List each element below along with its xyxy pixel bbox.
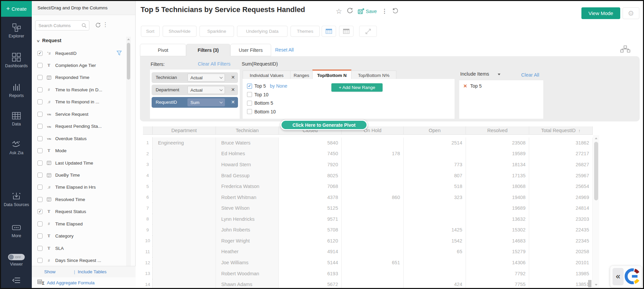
add-aggregate-row[interactable]: Σ Add Aggregate Formula bbox=[32, 277, 136, 288]
sidebar-item-dashboards[interactable]: Dashboards bbox=[1, 53, 32, 69]
field-checkbox[interactable] bbox=[37, 148, 43, 153]
tab-user-filters[interactable]: User Filters bbox=[230, 44, 271, 56]
add-new-range-button[interactable]: + Add New Range bbox=[331, 83, 383, 92]
option-checkbox[interactable] bbox=[247, 92, 252, 97]
field-label[interactable]: Days Since Request ... bbox=[55, 258, 101, 263]
field-label[interactable]: Request Status bbox=[55, 209, 86, 214]
subtab-ranges[interactable]: Ranges bbox=[290, 71, 313, 80]
field-label[interactable]: Time to Resolve (in D... bbox=[55, 87, 102, 92]
field-label[interactable]: Time Elapsed bbox=[55, 221, 83, 226]
field-label[interactable]: Category bbox=[55, 233, 74, 238]
option-checkbox[interactable] bbox=[247, 84, 252, 89]
remove-item-icon[interactable]: ✕ bbox=[463, 83, 467, 89]
option-checkbox[interactable] bbox=[247, 109, 252, 114]
more-options-icon[interactable]: ⋮ bbox=[382, 8, 387, 15]
remove-filter-icon[interactable]: ✕ bbox=[231, 75, 235, 80]
filter-pill-technician[interactable]: TechnicianActual✕ bbox=[152, 72, 238, 83]
field-label[interactable]: RequestID bbox=[55, 51, 77, 56]
column-header-department[interactable]: Department bbox=[153, 126, 216, 135]
tab-filters[interactable]: Filters (3) bbox=[186, 44, 230, 56]
panel-more-icon[interactable]: ⋮ bbox=[102, 21, 108, 28]
field-label[interactable]: Last Updated Time bbox=[55, 161, 93, 166]
filter-mode-dropdown[interactable]: Sum bbox=[187, 98, 225, 106]
remove-filter-icon[interactable]: ✕ bbox=[231, 87, 235, 92]
filter-funnel-icon[interactable] bbox=[116, 51, 122, 57]
sidebar-item-askzia[interactable]: Ask Zia bbox=[1, 140, 32, 156]
field-checkbox[interactable] bbox=[37, 51, 43, 56]
field-checkbox[interactable] bbox=[37, 246, 43, 251]
clear-all-link[interactable]: Clear All bbox=[521, 72, 539, 78]
include-tables-link[interactable]: Include Tables bbox=[78, 269, 106, 274]
subtab-top-bottom-n-[interactable]: Top/Bottom N% bbox=[351, 71, 396, 80]
table-view-gray-button[interactable] bbox=[339, 26, 353, 37]
filter-mode-dropdown[interactable]: Actual bbox=[187, 74, 225, 82]
field-label[interactable]: Overdue Status bbox=[55, 136, 87, 141]
show-link[interactable]: Show bbox=[44, 269, 56, 274]
filter-pill-requestid[interactable]: RequestIDSum✕ bbox=[152, 97, 238, 108]
refresh-columns-icon[interactable] bbox=[95, 22, 101, 29]
field-checkbox[interactable] bbox=[37, 124, 43, 129]
collapse-panel-button[interactable]: « bbox=[613, 268, 624, 285]
refresh-report-icon[interactable] bbox=[347, 7, 353, 15]
clear-all-filters-link[interactable]: Clear All Filters bbox=[198, 61, 231, 67]
remove-filter-icon[interactable]: ✕ bbox=[231, 99, 235, 105]
favorite-star-icon[interactable]: ☆ bbox=[336, 8, 342, 15]
save-button[interactable]: Save bbox=[358, 8, 377, 15]
column-header-technician[interactable]: Technician bbox=[216, 126, 279, 135]
table-scrollbar[interactable] bbox=[593, 135, 599, 288]
field-checkbox[interactable] bbox=[37, 209, 43, 214]
generate-pivot-button[interactable]: Click Here to Generate Pivot bbox=[280, 120, 368, 130]
field-checkbox[interactable] bbox=[37, 258, 43, 263]
field-checkbox[interactable] bbox=[37, 75, 43, 80]
sidebar-item-more[interactable]: More bbox=[1, 223, 32, 238]
by-none-link[interactable]: by None bbox=[270, 83, 287, 89]
inner-scrollbar[interactable] bbox=[588, 280, 591, 287]
collapse-sidebar-icon[interactable] bbox=[12, 277, 21, 285]
field-label[interactable]: Responded Time bbox=[55, 75, 89, 80]
field-checkbox[interactable] bbox=[37, 161, 43, 166]
add-aggregate-link[interactable]: Add Aggregate Formula bbox=[47, 280, 95, 285]
sidebar-item-datasources[interactable]: Data Sources bbox=[1, 192, 32, 207]
field-checkbox[interactable] bbox=[37, 173, 43, 178]
field-checkbox[interactable] bbox=[37, 221, 43, 226]
field-checkbox[interactable] bbox=[37, 87, 43, 92]
field-label[interactable]: DueBy Time bbox=[55, 173, 80, 178]
filter-pill-department[interactable]: DepartmentActual✕ bbox=[152, 85, 238, 95]
hierarchy-icon[interactable] bbox=[620, 45, 630, 54]
tab-pivot[interactable]: Pivot bbox=[140, 44, 186, 56]
column-header-open[interactable]: Open bbox=[404, 126, 466, 135]
field-label[interactable]: Request Pending Sta... bbox=[55, 124, 102, 129]
columns-scrollbar[interactable] bbox=[126, 37, 131, 267]
include-items-dropdown[interactable]: Include Items bbox=[460, 71, 489, 77]
sidebar-item-explorer[interactable]: Explorer bbox=[1, 23, 32, 39]
field-checkbox[interactable] bbox=[37, 197, 43, 202]
search-columns-input[interactable] bbox=[38, 21, 80, 30]
create-button[interactable]: +Create bbox=[1, 1, 32, 17]
filter-mode-dropdown[interactable]: Actual bbox=[187, 86, 225, 94]
toolbar-button-show-hide[interactable]: Show/Hide bbox=[163, 26, 196, 37]
table-view-blue-button[interactable] bbox=[322, 26, 336, 37]
viewer-toggle[interactable]: OFF bbox=[8, 254, 25, 260]
reset-all-link[interactable]: Reset All bbox=[275, 47, 294, 53]
subtab-individual-values[interactable]: Individual Values bbox=[243, 71, 291, 80]
column-header-resolved[interactable]: Resolved bbox=[466, 126, 529, 135]
sidebar-item-data[interactable]: Data bbox=[1, 112, 32, 127]
field-checkbox[interactable] bbox=[37, 63, 43, 68]
field-checkbox[interactable] bbox=[37, 185, 43, 190]
field-checkbox[interactable] bbox=[37, 136, 43, 141]
view-mode-button[interactable]: View Mode bbox=[581, 7, 620, 19]
option-checkbox[interactable] bbox=[247, 101, 252, 106]
field-label[interactable]: Time to Respond in ... bbox=[55, 99, 99, 104]
field-checkbox[interactable] bbox=[37, 99, 43, 104]
field-checkbox[interactable] bbox=[37, 233, 43, 238]
field-label[interactable]: Resolved Time bbox=[55, 197, 85, 202]
settings-gear-button[interactable]: ⚙ bbox=[623, 7, 639, 19]
toolbar-button-sort[interactable]: Sort bbox=[141, 26, 160, 37]
toolbar-button-themes[interactable]: Themes bbox=[291, 26, 320, 37]
toolbar-button-sparkline[interactable]: Sparkline bbox=[199, 26, 234, 37]
field-checkbox[interactable] bbox=[37, 112, 43, 117]
undo-icon[interactable] bbox=[392, 7, 399, 15]
sidebar-item-reports[interactable]: Reports bbox=[1, 83, 32, 98]
collapse-expand-button[interactable] bbox=[359, 26, 377, 37]
field-label[interactable]: Mode bbox=[55, 148, 67, 153]
